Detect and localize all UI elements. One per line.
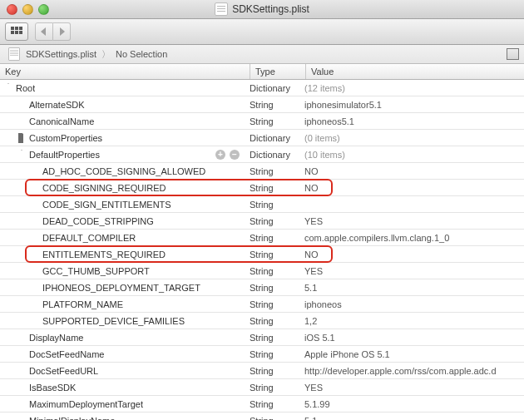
- type-cell[interactable]: Dictionary: [245, 83, 299, 93]
- plist-row[interactable]: CanonicalNameStringiphoneos5.1: [0, 113, 524, 130]
- key-cell[interactable]: Root: [0, 83, 245, 93]
- plist-row[interactable]: ENTITLEMENTS_REQUIREDStringNO: [0, 246, 524, 263]
- type-cell[interactable]: String: [245, 250, 299, 259]
- value-cell[interactable]: http://developer.apple.com/rss/com.apple…: [299, 366, 524, 376]
- plist-row[interactable]: GCC_THUMB_SUPPORTStringYES: [0, 263, 524, 279]
- plist-row[interactable]: MinimalDisplayNameString5.1: [0, 413, 524, 420]
- view-mode-icon[interactable]: [507, 48, 519, 60]
- disclosure-triangle-icon[interactable]: [18, 151, 26, 158]
- value-cell[interactable]: NO: [299, 166, 524, 176]
- value-cell[interactable]: NO: [299, 250, 524, 259]
- value-cell[interactable]: YES: [299, 216, 524, 226]
- close-icon[interactable]: [7, 4, 17, 15]
- value-cell[interactable]: (12 items): [299, 83, 524, 93]
- column-value[interactable]: Value: [306, 64, 524, 79]
- value-cell[interactable]: com.apple.compilers.llvm.clang.1_0: [299, 233, 524, 243]
- key-cell[interactable]: SUPPORTED_DEVICE_FAMILIES: [0, 316, 245, 326]
- plist-row[interactable]: SUPPORTED_DEVICE_FAMILIESString1,2: [0, 313, 524, 329]
- key-cell[interactable]: GCC_THUMB_SUPPORT: [0, 266, 245, 276]
- type-cell[interactable]: String: [245, 416, 299, 421]
- type-cell[interactable]: String: [245, 299, 299, 309]
- key-cell[interactable]: ENTITLEMENTS_REQUIRED: [0, 250, 245, 259]
- type-cell[interactable]: String: [245, 216, 299, 226]
- value-cell[interactable]: (0 items): [299, 133, 524, 143]
- back-button[interactable]: [35, 22, 53, 41]
- plist-row[interactable]: RootDictionary(12 items): [0, 80, 524, 96]
- key-cell[interactable]: DisplayName: [0, 333, 245, 343]
- key-cell[interactable]: CODE_SIGNING_REQUIRED: [0, 183, 245, 193]
- value-cell[interactable]: YES: [299, 266, 524, 276]
- value-cell[interactable]: 5.1: [299, 416, 524, 421]
- plist-row[interactable]: DefaultProperties+−Dictionary(10 items): [0, 146, 524, 163]
- type-cell[interactable]: String: [245, 333, 299, 343]
- type-cell[interactable]: String: [245, 183, 299, 193]
- disclosure-triangle-icon[interactable]: [5, 84, 12, 91]
- plist-row[interactable]: IPHONEOS_DEPLOYMENT_TARGETString5.1: [0, 279, 524, 296]
- key-cell[interactable]: MinimalDisplayName: [0, 416, 245, 421]
- key-cell[interactable]: DefaultProperties+−: [0, 150, 245, 160]
- plist-row[interactable]: PLATFORM_NAMEStringiphoneos: [0, 296, 524, 313]
- type-cell[interactable]: String: [245, 366, 299, 376]
- plist-row[interactable]: CODE_SIGN_ENTITLEMENTSString: [0, 196, 524, 213]
- type-cell[interactable]: String: [245, 166, 299, 176]
- key-cell[interactable]: AlternateSDK: [0, 100, 245, 110]
- key-cell[interactable]: AD_HOC_CODE_SIGNING_ALLOWED: [0, 166, 245, 176]
- key-cell[interactable]: DEAD_CODE_STRIPPING: [0, 216, 245, 226]
- plist-row[interactable]: DisplayNameStringiOS 5.1: [0, 329, 524, 346]
- type-cell[interactable]: Dictionary: [245, 150, 299, 160]
- value-cell[interactable]: 1,2: [299, 316, 524, 326]
- type-cell[interactable]: Dictionary: [245, 133, 299, 143]
- type-cell[interactable]: String: [245, 383, 299, 393]
- value-cell[interactable]: iphoneos5.1: [299, 116, 524, 126]
- value-cell[interactable]: iphonesimulator5.1: [299, 100, 524, 110]
- key-cell[interactable]: IPHONEOS_DEPLOYMENT_TARGET: [0, 283, 245, 293]
- key-cell[interactable]: PLATFORM_NAME: [0, 299, 245, 309]
- type-cell[interactable]: String: [245, 399, 299, 409]
- plist-row[interactable]: DocSetFeedNameStringApple iPhone OS 5.1: [0, 346, 524, 363]
- value-cell[interactable]: 5.1.99: [299, 399, 524, 409]
- plist-row[interactable]: MaximumDeploymentTargetString5.1.99: [0, 396, 524, 413]
- value-cell[interactable]: YES: [299, 383, 524, 393]
- plist-row[interactable]: DocSetFeedURLStringhttp://developer.appl…: [0, 363, 524, 379]
- value-cell[interactable]: 5.1: [299, 283, 524, 293]
- value-cell[interactable]: iOS 5.1: [299, 333, 524, 343]
- type-cell[interactable]: String: [245, 266, 299, 276]
- key-cell[interactable]: CanonicalName: [0, 116, 245, 126]
- key-cell[interactable]: DEFAULT_COMPILER: [0, 233, 245, 243]
- related-items-button[interactable]: [5, 22, 28, 41]
- breadcrumb-file[interactable]: SDKSettings.plist: [5, 47, 100, 61]
- plist-row[interactable]: CODE_SIGNING_REQUIREDStringNO: [0, 180, 524, 196]
- type-cell[interactable]: String: [245, 283, 299, 293]
- key-cell[interactable]: MaximumDeploymentTarget: [0, 399, 245, 409]
- plist-row[interactable]: AD_HOC_CODE_SIGNING_ALLOWEDStringNO: [0, 163, 524, 180]
- column-type[interactable]: Type: [250, 64, 306, 79]
- key-cell[interactable]: CustomProperties: [0, 133, 245, 143]
- type-cell[interactable]: String: [245, 349, 299, 359]
- forward-button[interactable]: [53, 22, 71, 41]
- plist-row[interactable]: IsBaseSDKStringYES: [0, 379, 524, 396]
- type-cell[interactable]: String: [245, 100, 299, 110]
- disclosure-triangle-icon[interactable]: [18, 134, 26, 141]
- minimize-icon[interactable]: [22, 4, 33, 15]
- type-cell[interactable]: String: [245, 116, 299, 126]
- plist-row[interactable]: DEAD_CODE_STRIPPINGStringYES: [0, 213, 524, 230]
- value-cell[interactable]: (10 items): [299, 150, 524, 160]
- plist-row[interactable]: CustomPropertiesDictionary(0 items): [0, 130, 524, 146]
- plist-row[interactable]: DEFAULT_COMPILERStringcom.apple.compiler…: [0, 230, 524, 246]
- value-cell[interactable]: NO: [299, 183, 524, 193]
- plist-row[interactable]: AlternateSDKStringiphonesimulator5.1: [0, 96, 524, 113]
- type-cell[interactable]: String: [245, 200, 299, 210]
- value-cell[interactable]: iphoneos: [299, 299, 524, 309]
- key-cell[interactable]: IsBaseSDK: [0, 383, 245, 393]
- type-cell[interactable]: String: [245, 233, 299, 243]
- remove-row-icon[interactable]: −: [230, 150, 240, 160]
- key-cell[interactable]: DocSetFeedURL: [0, 366, 245, 376]
- add-row-icon[interactable]: +: [215, 150, 225, 160]
- zoom-icon[interactable]: [38, 4, 49, 15]
- type-cell[interactable]: String: [245, 316, 299, 326]
- value-cell[interactable]: Apple iPhone OS 5.1: [299, 349, 524, 359]
- key-cell[interactable]: DocSetFeedName: [0, 349, 245, 359]
- column-key[interactable]: Key: [0, 64, 250, 79]
- breadcrumb-selection[interactable]: No Selection: [112, 49, 171, 59]
- key-cell[interactable]: CODE_SIGN_ENTITLEMENTS: [0, 200, 245, 210]
